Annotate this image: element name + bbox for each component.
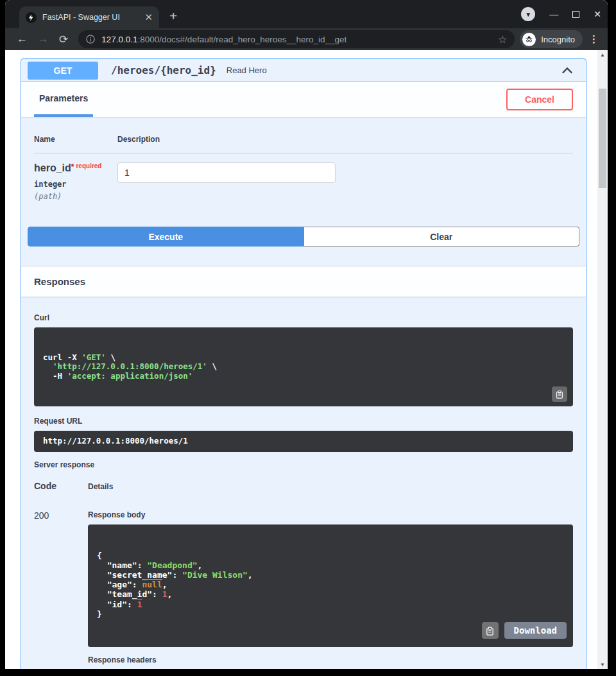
live-response-row: 200 Response body { "name": "Deadpond", … xyxy=(34,510,573,669)
tab-title: FastAPI - Swagger UI xyxy=(42,13,139,22)
scroll-down-icon[interactable]: ▼ xyxy=(597,660,608,669)
opblock-get-read-hero: GET /heroes/{hero_id} Read Hero Paramete… xyxy=(21,58,586,669)
incognito-icon xyxy=(522,33,536,46)
tab-strip: FastAPI - Swagger UI ✕ + ▼ — ✕ xyxy=(5,0,608,28)
response-headers-label: Response headers xyxy=(88,655,573,664)
fastapi-favicon-icon xyxy=(26,12,37,23)
page-scrollbar[interactable]: ▲ ▼ xyxy=(597,50,608,669)
parameters-section-header: Parameters Cancel xyxy=(21,82,586,117)
parameter-type: integer xyxy=(34,180,117,189)
live-column-code: Code xyxy=(34,481,88,491)
download-button[interactable]: Download xyxy=(504,622,567,639)
copy-curl-button[interactable] xyxy=(552,386,567,402)
execute-button-group: Execute Clear xyxy=(28,227,579,247)
method-badge: GET xyxy=(28,62,98,80)
address-bar[interactable]: 127.0.0.1:8000/docs#/default/read_hero_h… xyxy=(78,30,515,48)
new-tab-button[interactable]: + xyxy=(169,8,177,24)
status-code: 200 xyxy=(34,510,88,669)
forward-icon: → xyxy=(38,33,49,46)
cancel-button[interactable]: Cancel xyxy=(506,89,573,110)
clear-button[interactable]: Clear xyxy=(304,227,580,247)
execute-button[interactable]: Execute xyxy=(28,227,304,247)
browser-window: FastAPI - Swagger UI ✕ + ▼ — ✕ ← → ⟳ 127… xyxy=(5,0,608,669)
endpoint-summary: Read Hero xyxy=(227,65,267,75)
parameter-name: hero_id*required xyxy=(34,162,117,174)
copy-response-button[interactable] xyxy=(482,622,499,639)
curl-command: curl -X 'GET' \ 'http://127.0.0.1:8000/h… xyxy=(34,327,573,406)
required-asterisk: * xyxy=(71,162,74,171)
back-icon[interactable]: ← xyxy=(17,33,28,46)
browser-menu-icon[interactable]: ⋮ xyxy=(589,33,599,45)
swagger-page: GET /heroes/{hero_id} Read Hero Paramete… xyxy=(5,50,608,669)
site-info-icon[interactable] xyxy=(86,35,95,44)
scrollbar-thumb[interactable] xyxy=(599,89,606,188)
hero-id-input[interactable] xyxy=(117,162,336,183)
collapse-chevron-icon[interactable] xyxy=(561,66,573,75)
column-header-name: Name xyxy=(34,135,117,144)
responses-area: Curl curl -X 'GET' \ 'http://127.0.0.1:8… xyxy=(21,297,586,669)
browser-toolbar: ← → ⟳ 127.0.0.1:8000/docs#/default/read_… xyxy=(5,28,608,50)
close-window-button[interactable]: ✕ xyxy=(594,9,601,19)
parameter-location: (path) xyxy=(34,192,117,201)
minimize-button[interactable]: — xyxy=(549,9,558,19)
responses-title: Responses xyxy=(34,276,85,287)
column-header-description: Description xyxy=(117,135,160,144)
required-label: required xyxy=(76,162,101,169)
parameters-table: Name Description hero_id*required intege… xyxy=(21,117,586,201)
endpoint-path: /heroes/{hero_id} xyxy=(111,64,216,76)
tab-close-icon[interactable]: ✕ xyxy=(144,12,153,23)
tab-parameters[interactable]: Parameters xyxy=(34,82,93,117)
request-url-label: Request URL xyxy=(34,417,573,426)
opblock-header[interactable]: GET /heroes/{hero_id} Read Hero xyxy=(21,59,586,82)
bookmark-star-icon[interactable]: ☆ xyxy=(498,33,507,46)
request-url-value: http://127.0.0.1:8000/heroes/1 xyxy=(34,431,573,452)
responses-section-header: Responses xyxy=(21,266,586,297)
response-body-label: Response body xyxy=(88,510,573,519)
incognito-badge: Incognito xyxy=(520,30,583,48)
reload-icon[interactable]: ⟳ xyxy=(59,33,68,46)
server-response-label: Server response xyxy=(34,460,573,469)
browser-tab[interactable]: FastAPI - Swagger UI ✕ xyxy=(19,6,159,28)
maximize-button[interactable] xyxy=(572,11,579,18)
incognito-label: Incognito xyxy=(541,35,575,44)
response-body: { "name": "Deadpond", "secret_name": "Di… xyxy=(88,524,573,647)
tab-search-icon[interactable]: ▼ xyxy=(521,7,535,21)
live-column-details: Details xyxy=(88,482,113,491)
url-text: 127.0.0.1:8000/docs#/default/read_hero_h… xyxy=(101,35,346,44)
parameter-row-hero-id: hero_id*required integer (path) xyxy=(34,153,573,201)
scroll-up-icon[interactable]: ▲ xyxy=(597,50,608,59)
curl-label: Curl xyxy=(34,313,573,322)
